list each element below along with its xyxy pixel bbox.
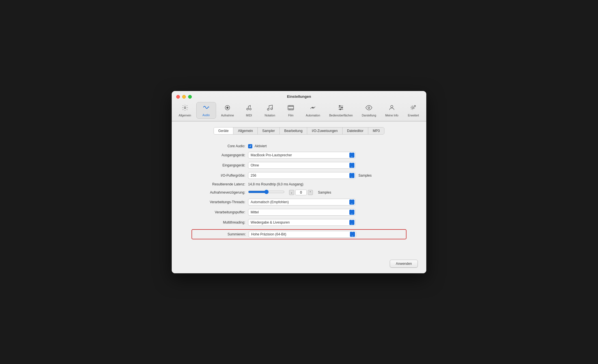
- core-audio-control: Aktiviert: [248, 144, 267, 148]
- toolbar-label-midi: MIDI: [246, 114, 252, 117]
- svg-point-22: [340, 109, 341, 110]
- verarbeitungs-threads-row: Verarbeitungs-Threads: Automatisch (Empf…: [192, 199, 406, 205]
- verarbeitungspuffer-dropdown[interactable]: Mittel: [248, 209, 356, 216]
- tab-dateieditor[interactable]: Dateieditor: [343, 127, 368, 134]
- toolbar-item-meineinfo[interactable]: Meine Info: [381, 103, 403, 119]
- toolbar-label-film: Film: [288, 114, 294, 117]
- maximize-button[interactable]: [188, 95, 192, 99]
- eingangsgeraet-row: Eingangsgerät: Ohne: [192, 162, 406, 169]
- gear-advanced-icon: [410, 104, 417, 113]
- tab-allgemein[interactable]: Allgemein: [233, 127, 258, 134]
- titlebar: Einstellungen Allgemein: [172, 91, 426, 121]
- aufnahmeverzoegerung-unit: Samples: [318, 190, 331, 194]
- automation-icon: [309, 104, 316, 113]
- toolbar-label-aufnahme: Aufnahme: [221, 114, 234, 117]
- multithreading-dropdown[interactable]: Wiedergabe & Livespuren: [248, 219, 356, 226]
- film-icon: [287, 104, 294, 113]
- footer: Anwenden: [172, 254, 426, 273]
- summieren-dropdown-wrapper: Hohe Präzision (64-Bit): [249, 231, 356, 238]
- toolbar-item-automation[interactable]: Automation: [302, 103, 324, 119]
- apply-button[interactable]: Anwenden: [390, 260, 418, 268]
- toolbar-label-automation: Automation: [306, 114, 320, 117]
- summieren-label: Summieren:: [192, 232, 249, 236]
- toolbar-item-notation[interactable]: Notation: [260, 103, 280, 119]
- record-icon: [224, 104, 231, 113]
- io-puffergroesse-dropdown[interactable]: 256: [248, 172, 356, 179]
- multithreading-row: Multithreading: Wiedergabe & Livespuren: [192, 219, 406, 226]
- aufnahmeverzoegerung-slider-container: [248, 190, 285, 195]
- svg-point-4: [249, 108, 251, 110]
- eingangsgeraet-dropdown[interactable]: Ohne: [248, 162, 356, 169]
- verarbeitungs-threads-dropdown[interactable]: Automatisch (Empfohlen): [248, 199, 356, 205]
- svg-point-26: [414, 105, 416, 107]
- traffic-lights: [176, 95, 192, 99]
- content-area: Geräte Allgemein Sampler Bearbeitung I/O…: [172, 122, 426, 254]
- sliders-icon: [337, 104, 344, 113]
- svg-point-0: [184, 107, 186, 109]
- tab-sampler[interactable]: Sampler: [258, 127, 280, 134]
- summieren-dropdown[interactable]: Hohe Präzision (64-Bit): [249, 231, 356, 238]
- toolbar-item-audio[interactable]: Audio: [196, 102, 216, 119]
- notation-icon: [266, 104, 273, 113]
- toolbar-label-darstellung: Darstellung: [362, 114, 376, 117]
- toolbar-item-erweitert[interactable]: Erweitert: [403, 103, 423, 119]
- svg-point-20: [339, 105, 340, 107]
- svg-point-16: [312, 107, 313, 108]
- toolbar-label-allgemein: Allgemein: [179, 114, 191, 117]
- toolbar-label-erweitert: Erweitert: [408, 114, 419, 117]
- latenz-label: Resultierende Latenz:: [192, 182, 248, 186]
- close-button[interactable]: [176, 95, 180, 99]
- verarbeitungspuffer-label: Verarbeitungspuffer:: [192, 210, 248, 214]
- svg-point-3: [247, 108, 248, 110]
- core-audio-checkbox[interactable]: [248, 144, 252, 148]
- audio-icon: [203, 104, 210, 112]
- ausgangsgeraet-row: Ausgangsgerät: MacBook Pro-Lautsprecher: [192, 152, 406, 159]
- stepper-up-button[interactable]: ⌃: [308, 190, 313, 195]
- svg-point-23: [368, 107, 370, 109]
- window-title: Einstellungen: [287, 94, 311, 99]
- tab-geraete[interactable]: Geräte: [214, 127, 234, 134]
- io-puffergroesse-label: I/O-Puffergröße:: [192, 174, 248, 177]
- toolbar-item-allgemein[interactable]: Allgemein: [175, 103, 195, 119]
- toolbar-label-meineinfo: Meine Info: [385, 114, 399, 117]
- toolbar-item-bedienoberflaechen[interactable]: Bedienoberflächen: [325, 103, 357, 119]
- stepper-down-button[interactable]: ⌄: [289, 190, 294, 195]
- verarbeitungspuffer-dropdown-wrapper: Mittel: [248, 209, 356, 216]
- io-puffergroesse-row: I/O-Puffergröße: 256 Samples: [192, 172, 406, 179]
- aufnahmeverzoegerung-controls: ⌄ ⌃ Samples: [248, 190, 331, 195]
- minimize-button[interactable]: [182, 95, 186, 99]
- toolbar: Allgemein Audio Aufna: [175, 102, 423, 119]
- toolbar-item-midi[interactable]: MIDI: [239, 103, 259, 119]
- eingangsgeraet-label: Eingangsgerät:: [192, 163, 248, 167]
- tab-mp3[interactable]: MP3: [368, 127, 384, 134]
- person-icon: [388, 104, 395, 113]
- toolbar-label-audio: Audio: [203, 114, 210, 117]
- svg-point-24: [391, 105, 393, 108]
- toolbar-item-darstellung[interactable]: Darstellung: [358, 103, 380, 119]
- tab-bar: Geräte Allgemein Sampler Bearbeitung I/O…: [214, 127, 385, 135]
- ausgangsgeraet-dropdown[interactable]: MacBook Pro-Lautsprecher: [248, 152, 356, 159]
- aufnahmeverzoegerung-value-input[interactable]: [295, 190, 307, 195]
- verarbeitungs-threads-dropdown-wrapper: Automatisch (Empfohlen): [248, 199, 356, 205]
- svg-point-21: [341, 107, 343, 108]
- tab-io-zuweisungen[interactable]: I/O-Zuweisungen: [307, 127, 342, 134]
- toolbar-item-film[interactable]: Film: [281, 103, 301, 119]
- verarbeitungs-threads-label: Verarbeitungs-Threads:: [192, 200, 248, 204]
- multithreading-label: Multithreading:: [192, 220, 248, 224]
- eingangsgeraet-dropdown-wrapper: Ohne: [248, 162, 356, 169]
- aufnahmeverzoegerung-label: Aufnahmeverzögerung:: [192, 190, 248, 194]
- io-puffergroesse-unit: Samples: [358, 174, 372, 177]
- toolbar-item-aufnahme[interactable]: Aufnahme: [217, 103, 238, 119]
- svg-point-5: [267, 109, 269, 110]
- core-audio-row: Core Audio: Aktiviert: [192, 144, 406, 148]
- aufnahmeverzoegerung-slider[interactable]: [248, 190, 285, 194]
- svg-point-6: [271, 108, 272, 110]
- svg-point-25: [412, 107, 414, 109]
- midi-icon: [246, 104, 252, 113]
- ausgangsgeraet-dropdown-wrapper: MacBook Pro-Lautsprecher: [248, 152, 356, 159]
- summieren-row: Summieren: Hohe Präzision (64-Bit): [192, 229, 406, 239]
- verarbeitungspuffer-row: Verarbeitungspuffer: Mittel: [192, 209, 406, 216]
- ausgangsgeraet-label: Ausgangsgerät:: [192, 153, 248, 157]
- toolbar-label-bedienoberflaechen: Bedienoberflächen: [329, 114, 353, 117]
- tab-bearbeitung[interactable]: Bearbeitung: [280, 127, 307, 134]
